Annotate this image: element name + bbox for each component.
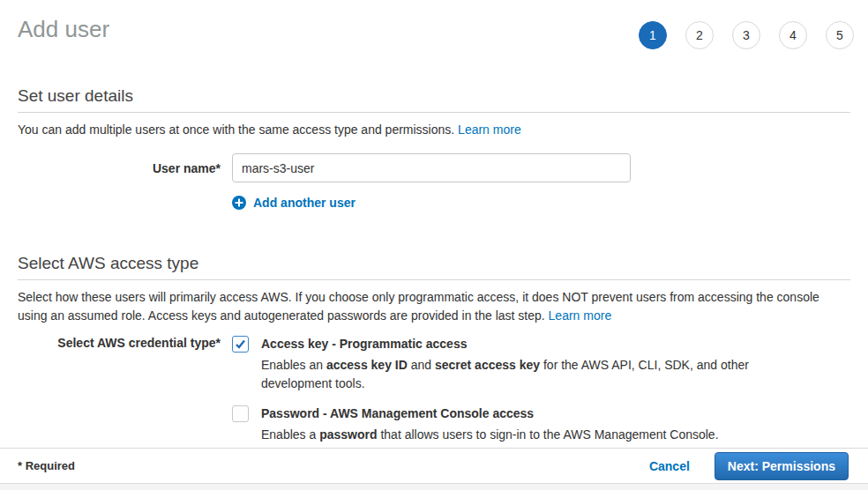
password-option-text: Password - AWS Management Console access… xyxy=(261,405,719,444)
set-user-details-section: Set user details You can add multiple us… xyxy=(0,86,868,210)
access-type-description: Select how these users will primarily ac… xyxy=(18,288,850,325)
credential-type-label: Select AWS credential type* xyxy=(0,336,221,350)
wizard-header: Add user 1 2 3 4 5 xyxy=(0,0,868,49)
section-divider xyxy=(18,112,850,113)
step-3: 3 xyxy=(732,21,760,49)
credential-type-row: Select AWS credential type* Access key -… xyxy=(0,336,868,444)
desc-text: and xyxy=(408,358,435,372)
desc-text: that allows users to sign-in to the AWS … xyxy=(378,427,719,442)
user-details-description-text: You can add multiple users at once with … xyxy=(18,122,454,137)
section-heading-user-details: Set user details xyxy=(18,86,850,106)
next-permissions-button[interactable]: Next: Permissions xyxy=(715,452,849,480)
add-user-page: Add user 1 2 3 4 5 Set user details You … xyxy=(0,0,868,490)
access-key-option: Access key - Programmatic access Enables… xyxy=(232,336,757,393)
password-option-title: Password - AWS Management Console access xyxy=(261,405,719,422)
checkmark-icon xyxy=(235,338,246,350)
desc-bold: password xyxy=(319,427,377,442)
user-details-description: You can add multiple users at once with … xyxy=(18,121,850,139)
access-key-checkbox[interactable] xyxy=(232,336,249,353)
select-access-type-section: Select AWS access type Select how these … xyxy=(0,254,868,444)
access-key-option-desc: Enables an access key ID and secret acce… xyxy=(261,356,757,393)
access-key-option-title: Access key - Programmatic access xyxy=(261,336,757,353)
section-heading-access-type: Select AWS access type xyxy=(18,254,850,273)
cancel-button[interactable]: Cancel xyxy=(649,459,690,473)
section-divider xyxy=(18,279,850,280)
add-another-user-button[interactable]: Add another user xyxy=(232,196,868,210)
access-type-description-text: Select how these users will primarily ac… xyxy=(18,290,819,323)
footer-actions: Cancel Next: Permissions xyxy=(649,452,849,480)
username-row: User name* xyxy=(0,153,868,182)
desc-text: Enables an xyxy=(261,358,326,372)
step-4: 4 xyxy=(779,21,807,49)
page-title: Add user xyxy=(18,16,109,43)
wizard-footer: * Required Cancel Next: Permissions xyxy=(0,448,868,483)
step-2: 2 xyxy=(685,21,714,49)
desc-bold: access key ID xyxy=(326,358,408,372)
desc-text: Enables a xyxy=(261,427,319,442)
step-5: 5 xyxy=(826,21,854,49)
password-option-desc: Enables a password that allows users to … xyxy=(261,426,719,444)
username-input[interactable] xyxy=(232,153,631,182)
desc-bold: secret access key xyxy=(435,358,540,372)
add-another-user-label[interactable]: Add another user xyxy=(253,196,355,210)
credential-options: Access key - Programmatic access Enables… xyxy=(232,336,757,444)
access-key-option-text: Access key - Programmatic access Enables… xyxy=(261,336,757,393)
learn-more-link-user-details[interactable]: Learn more xyxy=(458,122,521,137)
required-note: * Required xyxy=(18,459,75,472)
learn-more-link-access-type[interactable]: Learn more xyxy=(549,308,612,323)
step-1: 1 xyxy=(639,21,667,49)
username-label: User name* xyxy=(0,161,221,175)
password-option: Password - AWS Management Console access… xyxy=(232,405,757,444)
plus-circle-icon[interactable] xyxy=(232,196,246,210)
password-checkbox[interactable] xyxy=(232,405,249,422)
page-bottom-strip xyxy=(0,483,868,490)
step-indicator: 1 2 3 4 5 xyxy=(639,21,854,49)
